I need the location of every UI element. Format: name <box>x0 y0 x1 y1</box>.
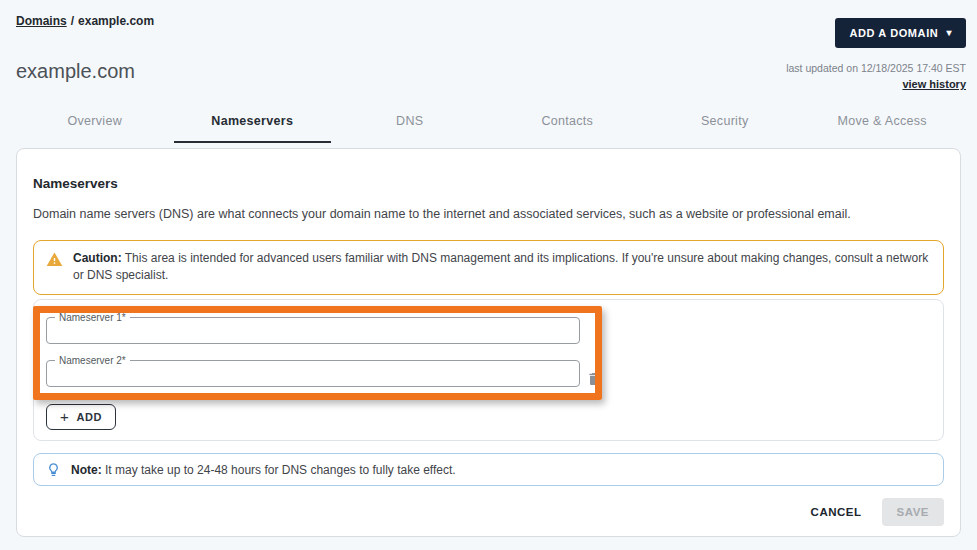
section-title: Nameservers <box>33 176 118 191</box>
nameservers-card: Nameservers Domain name servers (DNS) ar… <box>16 148 961 537</box>
nameserver-2-label: Nameserver 2* <box>55 355 130 366</box>
last-updated-text: last updated on 12/18/2025 17:40 EST <box>786 62 966 74</box>
caution-text: Caution: This area is intended for advan… <box>73 250 931 285</box>
note-text: Note: It may take up to 24-48 hours for … <box>71 463 456 477</box>
save-button[interactable]: SAVE <box>882 498 944 526</box>
add-a-domain-label: ADD A DOMAIN <box>849 27 938 39</box>
note-banner: Note: It may take up to 24-48 hours for … <box>33 453 944 486</box>
add-a-domain-button[interactable]: ADD A DOMAIN ▾ <box>835 18 966 48</box>
caret-down-icon: ▾ <box>946 28 952 38</box>
plus-icon: + <box>60 409 69 424</box>
nameserver-2-field: Nameserver 2* <box>46 355 580 387</box>
caution-label: Caution: <box>73 251 122 265</box>
add-button-label: ADD <box>76 411 102 423</box>
nameserver-1-field: Nameserver 1* <box>46 312 580 344</box>
tab-nameservers[interactable]: Nameservers <box>174 108 332 143</box>
tab-bar: Overview Nameservers DNS Contacts Securi… <box>16 108 961 143</box>
tab-move-access[interactable]: Move & Access <box>804 108 962 143</box>
nameserver-1-label: Nameserver 1* <box>55 312 130 323</box>
nameservers-panel: Nameserver 1* Nameserver 2* + ADD <box>33 299 944 441</box>
breadcrumb-current: example.com <box>78 14 154 28</box>
tab-dns[interactable]: DNS <box>331 108 489 143</box>
trash-icon <box>586 371 602 387</box>
warning-icon <box>46 251 63 272</box>
cancel-button[interactable]: CANCEL <box>811 506 862 518</box>
note-label: Note: <box>71 463 102 477</box>
breadcrumb: Domains/example.com <box>16 14 154 28</box>
page-title: example.com <box>16 60 135 83</box>
update-meta: last updated on 12/18/2025 17:40 EST vie… <box>786 62 966 92</box>
tab-overview[interactable]: Overview <box>16 108 174 143</box>
delete-nameserver-button[interactable] <box>584 370 604 390</box>
tab-contacts[interactable]: Contacts <box>489 108 647 143</box>
lightbulb-icon <box>46 462 61 477</box>
view-history-link[interactable]: view history <box>902 78 966 90</box>
breadcrumb-domains-link[interactable]: Domains <box>16 14 67 28</box>
caution-banner: Caution: This area is intended for advan… <box>33 240 944 295</box>
breadcrumb-separator: / <box>71 14 74 28</box>
section-description: Domain name servers (DNS) are what conne… <box>33 207 944 221</box>
nameserver-2-input[interactable] <box>47 369 579 387</box>
tab-security[interactable]: Security <box>646 108 804 143</box>
add-nameserver-button[interactable]: + ADD <box>46 404 116 430</box>
card-footer: CANCEL SAVE <box>811 498 944 526</box>
caution-body: This area is intended for advanced users… <box>73 251 928 282</box>
note-body: It may take up to 24-48 hours for DNS ch… <box>102 463 456 477</box>
nameserver-1-input[interactable] <box>47 326 579 344</box>
